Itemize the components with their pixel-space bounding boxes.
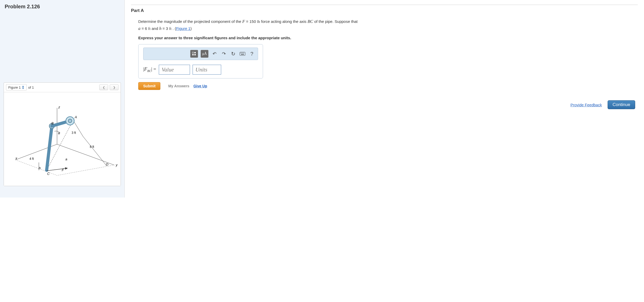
provide-feedback-link[interactable]: Provide Feedback — [570, 103, 602, 107]
chevron-updown-icon: ▲▼ — [22, 85, 24, 89]
reset-icon[interactable]: ↻ — [230, 50, 236, 57]
svg-text:a: a — [65, 157, 67, 161]
question-text: Determine the magnitude of the projected… — [138, 18, 638, 32]
figure-next-button[interactable]: ❯ — [110, 84, 119, 90]
svg-line-2 — [57, 144, 114, 165]
figure-of: of 1 — [28, 86, 34, 89]
units-input[interactable] — [193, 65, 221, 75]
answer-box: μÅ ↶ ↷ ↻ ? |FBC| = — [138, 44, 263, 78]
templates-icon[interactable] — [190, 50, 198, 58]
left-panel: Problem 2.126 Figure 1 ▲▼ of 1 ❮ ❯ — [0, 0, 125, 198]
svg-rect-35 — [244, 53, 244, 53]
help-icon[interactable]: ? — [248, 50, 255, 57]
svg-rect-28 — [194, 52, 196, 53]
figure-image: z x y A B C D F θ a h 3 ft 4 ft 8 ft — [4, 92, 121, 186]
value-input[interactable] — [159, 65, 190, 75]
svg-rect-32 — [240, 53, 241, 53]
svg-text:z: z — [58, 105, 60, 109]
svg-text:x: x — [15, 156, 17, 160]
toolbar: μÅ ↶ ↷ ↻ ? — [143, 48, 258, 60]
units-icon[interactable]: μÅ — [201, 50, 208, 58]
continue-button[interactable]: Continue — [608, 100, 635, 109]
svg-line-11 — [47, 168, 68, 171]
undo-icon[interactable]: ↶ — [211, 50, 218, 57]
bottom-row: Provide Feedback Continue — [131, 100, 638, 109]
svg-point-10 — [68, 119, 72, 123]
svg-rect-29 — [192, 54, 194, 55]
svg-rect-31 — [240, 52, 245, 56]
svg-text:D: D — [106, 162, 108, 166]
svg-rect-33 — [241, 53, 242, 53]
divider — [131, 5, 638, 5]
svg-text:h: h — [39, 166, 41, 170]
svg-line-4 — [83, 136, 107, 166]
svg-line-6 — [47, 126, 52, 170]
svg-text:3 ft: 3 ft — [72, 131, 76, 135]
figure-box: Figure 1 ▲▼ of 1 ❮ ❯ — [4, 82, 121, 186]
my-answers-link[interactable]: My Answers — [168, 84, 189, 88]
svg-rect-30 — [194, 54, 196, 55]
svg-rect-36 — [241, 54, 244, 55]
submit-button[interactable]: Submit — [138, 82, 160, 90]
problem-title: Problem 2.126 — [4, 4, 121, 10]
figure-label: Figure 1 — [8, 86, 21, 89]
input-row: |FBC| = — [143, 65, 258, 75]
var-a: a — [138, 26, 141, 31]
fbc-label: |FBC| = — [143, 66, 156, 73]
var-F: F — [242, 19, 245, 24]
instruction: Express your answer to three significant… — [138, 36, 638, 40]
redo-icon[interactable]: ↷ — [220, 50, 227, 57]
figure-prev-button[interactable]: ❮ — [99, 84, 108, 90]
give-up-link[interactable]: Give Up — [193, 84, 207, 88]
svg-text:F: F — [62, 168, 64, 172]
svg-text:θ: θ — [58, 131, 60, 135]
svg-text:B: B — [51, 121, 54, 125]
svg-text:A: A — [75, 115, 77, 119]
var-BC: BC — [307, 19, 313, 24]
svg-text:8 ft: 8 ft — [90, 145, 94, 149]
keyboard-icon[interactable] — [239, 50, 246, 57]
figure-link[interactable]: Figure 1 — [176, 26, 190, 31]
var-h: h — [159, 26, 162, 31]
figure-selector[interactable]: Figure 1 ▲▼ — [6, 84, 27, 90]
svg-text:y: y — [116, 163, 118, 167]
right-panel: Part A Determine the magnitude of the pr… — [125, 0, 644, 198]
svg-text:C: C — [47, 172, 50, 176]
part-title: Part A — [131, 8, 638, 13]
svg-rect-27 — [192, 52, 194, 53]
svg-text:4 ft: 4 ft — [30, 157, 34, 161]
svg-rect-34 — [242, 53, 243, 53]
figure-header: Figure 1 ▲▼ of 1 ❮ ❯ — [4, 83, 121, 92]
submit-row: Submit My Answers Give Up — [138, 82, 638, 90]
